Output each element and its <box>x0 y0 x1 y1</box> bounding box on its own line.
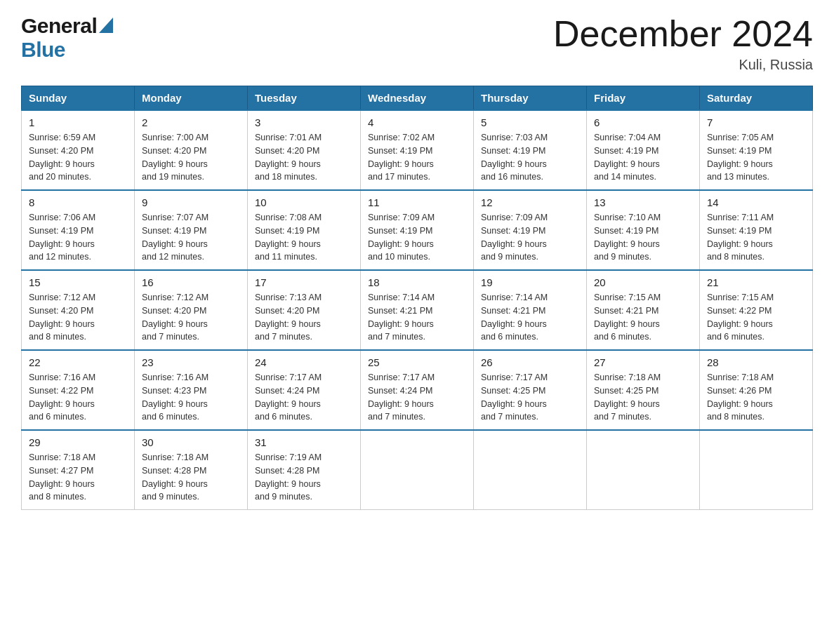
day-number: 27 <box>594 356 692 368</box>
table-row: 15 Sunrise: 7:12 AM Sunset: 4:20 PM Dayl… <box>22 270 135 350</box>
day-number: 1 <box>29 116 127 128</box>
col-thursday: Thursday <box>474 86 587 111</box>
day-info: Sunrise: 7:07 AM Sunset: 4:19 PM Dayligh… <box>142 211 240 264</box>
day-info: Sunrise: 7:12 AM Sunset: 4:20 PM Dayligh… <box>142 291 240 344</box>
day-number: 26 <box>481 356 579 368</box>
day-info: Sunrise: 7:14 AM Sunset: 4:21 PM Dayligh… <box>368 291 466 344</box>
logo-blue-text: Blue <box>21 38 65 61</box>
day-info: Sunrise: 6:59 AM Sunset: 4:20 PM Dayligh… <box>29 131 127 184</box>
day-number: 6 <box>594 116 692 128</box>
table-row: 13 Sunrise: 7:10 AM Sunset: 4:19 PM Dayl… <box>587 190 700 270</box>
day-info: Sunrise: 7:10 AM Sunset: 4:19 PM Dayligh… <box>594 211 692 264</box>
table-row: 25 Sunrise: 7:17 AM Sunset: 4:24 PM Dayl… <box>361 350 474 430</box>
day-number: 12 <box>481 196 579 208</box>
day-number: 15 <box>29 276 127 288</box>
day-number: 23 <box>142 356 240 368</box>
table-row: 6 Sunrise: 7:04 AM Sunset: 4:19 PM Dayli… <box>587 110 700 190</box>
table-row: 2 Sunrise: 7:00 AM Sunset: 4:20 PM Dayli… <box>135 110 248 190</box>
day-number: 20 <box>594 276 692 288</box>
table-row: 28 Sunrise: 7:18 AM Sunset: 4:26 PM Dayl… <box>700 350 813 430</box>
col-tuesday: Tuesday <box>248 86 361 111</box>
table-row: 9 Sunrise: 7:07 AM Sunset: 4:19 PM Dayli… <box>135 190 248 270</box>
table-row: 29 Sunrise: 7:18 AM Sunset: 4:27 PM Dayl… <box>22 430 135 510</box>
calendar-table: Sunday Monday Tuesday Wednesday Thursday… <box>21 86 813 510</box>
day-number: 28 <box>707 356 805 368</box>
table-row <box>361 430 474 510</box>
table-row: 30 Sunrise: 7:18 AM Sunset: 4:28 PM Dayl… <box>135 430 248 510</box>
day-info: Sunrise: 7:13 AM Sunset: 4:20 PM Dayligh… <box>255 291 353 344</box>
day-info: Sunrise: 7:19 AM Sunset: 4:28 PM Dayligh… <box>255 451 353 504</box>
day-number: 8 <box>29 196 127 208</box>
day-number: 16 <box>142 276 240 288</box>
day-info: Sunrise: 7:17 AM Sunset: 4:24 PM Dayligh… <box>255 371 353 424</box>
table-row: 24 Sunrise: 7:17 AM Sunset: 4:24 PM Dayl… <box>248 350 361 430</box>
day-info: Sunrise: 7:18 AM Sunset: 4:25 PM Dayligh… <box>594 371 692 424</box>
calendar-week-row: 1 Sunrise: 6:59 AM Sunset: 4:20 PM Dayli… <box>22 110 813 190</box>
table-row: 8 Sunrise: 7:06 AM Sunset: 4:19 PM Dayli… <box>22 190 135 270</box>
calendar-header-row: Sunday Monday Tuesday Wednesday Thursday… <box>22 86 813 111</box>
day-number: 21 <box>707 276 805 288</box>
day-info: Sunrise: 7:03 AM Sunset: 4:19 PM Dayligh… <box>481 131 579 184</box>
day-number: 17 <box>255 276 353 288</box>
svg-marker-0 <box>99 18 113 33</box>
day-number: 2 <box>142 116 240 128</box>
logo-triangle-icon <box>99 18 113 36</box>
col-saturday: Saturday <box>700 86 813 111</box>
table-row: 5 Sunrise: 7:03 AM Sunset: 4:19 PM Dayli… <box>474 110 587 190</box>
table-row: 23 Sunrise: 7:16 AM Sunset: 4:23 PM Dayl… <box>135 350 248 430</box>
table-row: 3 Sunrise: 7:01 AM Sunset: 4:20 PM Dayli… <box>248 110 361 190</box>
day-number: 30 <box>142 436 240 448</box>
table-row: 19 Sunrise: 7:14 AM Sunset: 4:21 PM Dayl… <box>474 270 587 350</box>
table-row: 7 Sunrise: 7:05 AM Sunset: 4:19 PM Dayli… <box>700 110 813 190</box>
day-info: Sunrise: 7:18 AM Sunset: 4:27 PM Dayligh… <box>29 451 127 504</box>
day-number: 31 <box>255 436 353 448</box>
table-row: 27 Sunrise: 7:18 AM Sunset: 4:25 PM Dayl… <box>587 350 700 430</box>
day-info: Sunrise: 7:02 AM Sunset: 4:19 PM Dayligh… <box>368 131 466 184</box>
day-info: Sunrise: 7:04 AM Sunset: 4:19 PM Dayligh… <box>594 131 692 184</box>
table-row: 4 Sunrise: 7:02 AM Sunset: 4:19 PM Dayli… <box>361 110 474 190</box>
day-info: Sunrise: 7:16 AM Sunset: 4:22 PM Dayligh… <box>29 371 127 424</box>
table-row <box>474 430 587 510</box>
table-row: 11 Sunrise: 7:09 AM Sunset: 4:19 PM Dayl… <box>361 190 474 270</box>
calendar-week-row: 15 Sunrise: 7:12 AM Sunset: 4:20 PM Dayl… <box>22 270 813 350</box>
day-info: Sunrise: 7:18 AM Sunset: 4:28 PM Dayligh… <box>142 451 240 504</box>
day-info: Sunrise: 7:14 AM Sunset: 4:21 PM Dayligh… <box>481 291 579 344</box>
day-number: 24 <box>255 356 353 368</box>
table-row <box>587 430 700 510</box>
day-number: 10 <box>255 196 353 208</box>
day-number: 22 <box>29 356 127 368</box>
day-info: Sunrise: 7:08 AM Sunset: 4:19 PM Dayligh… <box>255 211 353 264</box>
table-row: 21 Sunrise: 7:15 AM Sunset: 4:22 PM Dayl… <box>700 270 813 350</box>
day-info: Sunrise: 7:16 AM Sunset: 4:23 PM Dayligh… <box>142 371 240 424</box>
calendar-week-row: 8 Sunrise: 7:06 AM Sunset: 4:19 PM Dayli… <box>22 190 813 270</box>
day-info: Sunrise: 7:15 AM Sunset: 4:22 PM Dayligh… <box>707 291 805 344</box>
day-info: Sunrise: 7:15 AM Sunset: 4:21 PM Dayligh… <box>594 291 692 344</box>
calendar-subtitle: Kuli, Russia <box>553 57 813 73</box>
table-row: 14 Sunrise: 7:11 AM Sunset: 4:19 PM Dayl… <box>700 190 813 270</box>
col-wednesday: Wednesday <box>361 86 474 111</box>
day-number: 11 <box>368 196 466 208</box>
calendar-week-row: 29 Sunrise: 7:18 AM Sunset: 4:27 PM Dayl… <box>22 430 813 510</box>
logo: General Blue <box>21 14 113 62</box>
day-number: 25 <box>368 356 466 368</box>
table-row: 22 Sunrise: 7:16 AM Sunset: 4:22 PM Dayl… <box>22 350 135 430</box>
day-number: 5 <box>481 116 579 128</box>
calendar-week-row: 22 Sunrise: 7:16 AM Sunset: 4:22 PM Dayl… <box>22 350 813 430</box>
day-number: 14 <box>707 196 805 208</box>
day-info: Sunrise: 7:12 AM Sunset: 4:20 PM Dayligh… <box>29 291 127 344</box>
table-row: 12 Sunrise: 7:09 AM Sunset: 4:19 PM Dayl… <box>474 190 587 270</box>
day-number: 18 <box>368 276 466 288</box>
table-row <box>700 430 813 510</box>
day-number: 19 <box>481 276 579 288</box>
table-row: 18 Sunrise: 7:14 AM Sunset: 4:21 PM Dayl… <box>361 270 474 350</box>
day-info: Sunrise: 7:09 AM Sunset: 4:19 PM Dayligh… <box>368 211 466 264</box>
table-row: 17 Sunrise: 7:13 AM Sunset: 4:20 PM Dayl… <box>248 270 361 350</box>
calendar-title: December 2024 <box>553 14 813 54</box>
day-info: Sunrise: 7:00 AM Sunset: 4:20 PM Dayligh… <box>142 131 240 184</box>
day-number: 9 <box>142 196 240 208</box>
day-info: Sunrise: 7:17 AM Sunset: 4:24 PM Dayligh… <box>368 371 466 424</box>
title-block: December 2024 Kuli, Russia <box>553 14 813 73</box>
day-number: 13 <box>594 196 692 208</box>
day-number: 3 <box>255 116 353 128</box>
day-info: Sunrise: 7:18 AM Sunset: 4:26 PM Dayligh… <box>707 371 805 424</box>
